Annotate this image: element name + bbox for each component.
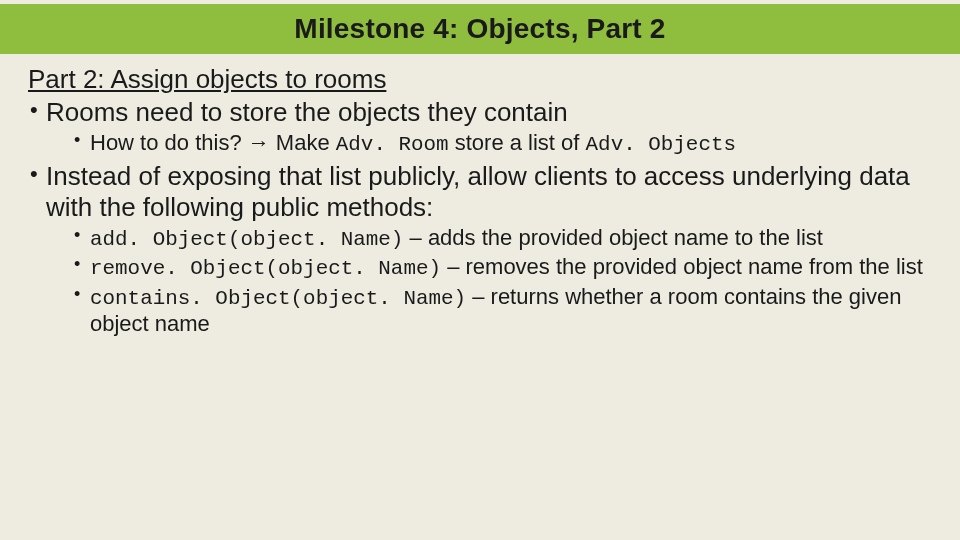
text-pre: How to do this? → Make	[90, 130, 336, 155]
code-remove: remove. Object(object. Name)	[90, 257, 441, 280]
method-remove: remove. Object(object. Name) – removes t…	[72, 254, 932, 282]
bullet-text: Instead of exposing that list publicly, …	[46, 161, 910, 222]
slide-title: Milestone 4: Objects, Part 2	[294, 13, 665, 45]
methods-list: add. Object(object. Name) – adds the pro…	[46, 225, 932, 338]
text-mid: store a list of	[449, 130, 586, 155]
method-add: add. Object(object. Name) – adds the pro…	[72, 225, 932, 253]
desc-add: – adds the provided object name to the l…	[403, 225, 822, 250]
subtitle: Part 2: Assign objects to rooms	[28, 64, 932, 95]
bullet-public-methods: Instead of exposing that list publicly, …	[28, 161, 932, 338]
bullet-text: Rooms need to store the objects they con…	[46, 97, 568, 127]
desc-remove: – removes the provided object name from …	[441, 254, 923, 279]
method-contains: contains. Object(object. Name) – returns…	[72, 284, 932, 338]
sub-list: How to do this? → Make Adv. Room store a…	[46, 130, 932, 158]
code-advroom: Adv. Room	[336, 133, 449, 156]
bullet-rooms-store: Rooms need to store the objects they con…	[28, 97, 932, 157]
sub-how-to: How to do this? → Make Adv. Room store a…	[72, 130, 932, 158]
title-bar: Milestone 4: Objects, Part 2	[0, 4, 960, 54]
code-advobjects: Adv. Objects	[586, 133, 736, 156]
code-contains: contains. Object(object. Name)	[90, 287, 466, 310]
code-add: add. Object(object. Name)	[90, 228, 403, 251]
bullet-list: Rooms need to store the objects they con…	[28, 97, 932, 338]
slide-content: Part 2: Assign objects to rooms Rooms ne…	[0, 54, 960, 338]
